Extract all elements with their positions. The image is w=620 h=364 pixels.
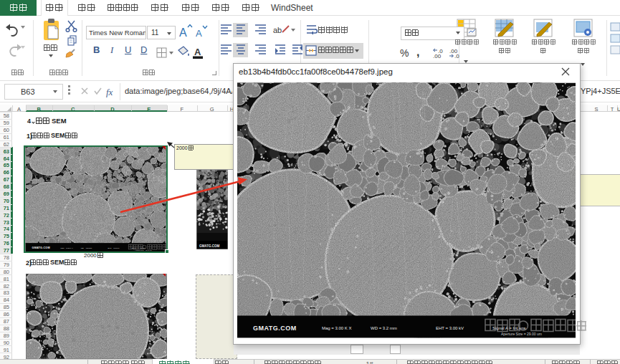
svg-text:.00: .00 bbox=[433, 53, 442, 59]
svg-text:.0: .0 bbox=[454, 53, 459, 59]
svg-text:%: % bbox=[400, 47, 409, 59]
svg-text:A: A bbox=[196, 28, 202, 39]
svg-text:,: , bbox=[416, 46, 419, 58]
svg-text:A: A bbox=[194, 47, 201, 57]
svg-text:fx: fx bbox=[106, 87, 113, 97]
svg-text:ab: ab bbox=[273, 26, 282, 34]
svg-text:A: A bbox=[179, 27, 187, 39]
